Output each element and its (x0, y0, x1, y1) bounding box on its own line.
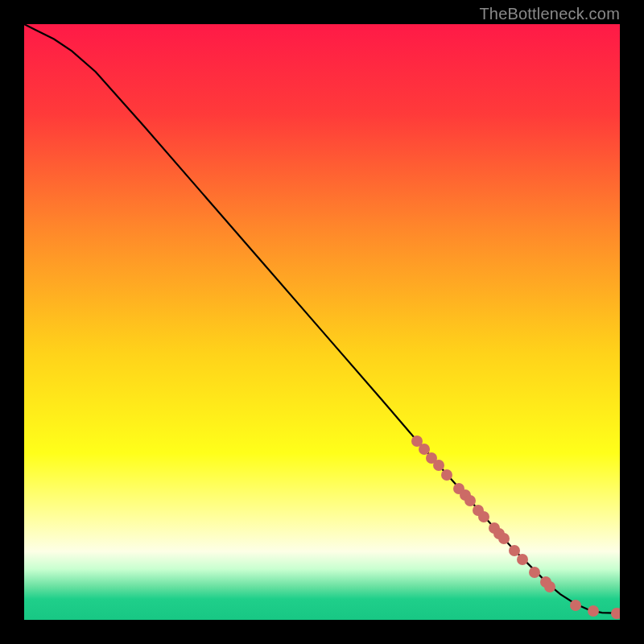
data-point (570, 600, 581, 611)
data-point (616, 608, 620, 619)
data-point (544, 581, 555, 592)
data-point (464, 495, 476, 506)
data-point (498, 533, 510, 544)
curve-line (24, 24, 620, 620)
data-point (529, 567, 540, 578)
chart-frame: TheBottleneck.com (0, 0, 644, 644)
plot-area (24, 24, 620, 620)
watermark-text: TheBottleneck.com (479, 5, 620, 23)
data-point (588, 605, 599, 617)
